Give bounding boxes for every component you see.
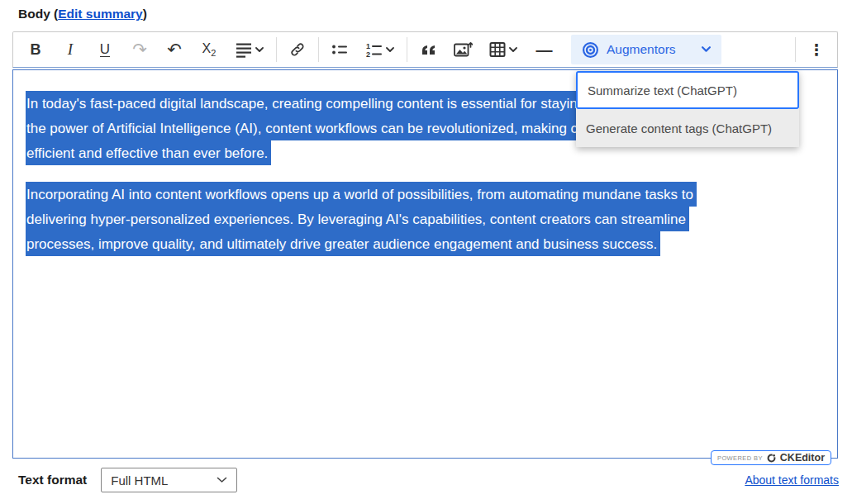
image-upload-icon bbox=[453, 40, 473, 59]
svg-text:1: 1 bbox=[366, 42, 370, 50]
chevron-down-icon bbox=[386, 47, 394, 53]
align-icon bbox=[236, 41, 252, 58]
redo-button[interactable]: ↷ bbox=[126, 36, 154, 63]
field-label: Body (Edit summary) bbox=[18, 7, 147, 21]
edit-summary-link[interactable]: Edit summary bbox=[58, 7, 143, 21]
text-alignment-button[interactable] bbox=[230, 36, 269, 63]
selected-text: delivering hyper-personalized experience… bbox=[26, 207, 689, 231]
link-icon bbox=[289, 41, 306, 58]
bold-icon: B bbox=[31, 41, 41, 59]
insert-image-button[interactable] bbox=[449, 36, 477, 63]
ckeditor-logo-icon bbox=[767, 454, 776, 463]
bulleted-list-icon bbox=[331, 41, 348, 58]
text-format-label: Text format bbox=[18, 473, 87, 487]
editor-toolbar: B I U ↷ ↶ X2 bbox=[12, 31, 838, 68]
bulleted-list-button[interactable] bbox=[326, 36, 354, 63]
augmentors-label: Augmentors bbox=[607, 42, 676, 57]
field-label-text: Body bbox=[18, 7, 50, 21]
toolbar-overflow-button[interactable]: ⋮ bbox=[802, 36, 831, 63]
toolbar-separator bbox=[318, 37, 319, 62]
link-button[interactable] bbox=[283, 36, 312, 63]
toolbar-separator bbox=[276, 37, 277, 62]
powered-by-text: POWERED BY bbox=[717, 454, 763, 462]
about-text-formats-link[interactable]: About text formats bbox=[745, 473, 839, 487]
undo-icon: ↶ bbox=[167, 41, 182, 59]
augmentors-dropdown-button[interactable]: Augmentors bbox=[571, 35, 721, 64]
toolbar-separator bbox=[795, 37, 796, 62]
underline-icon: U bbox=[100, 42, 110, 58]
redo-icon: ↷ bbox=[132, 41, 147, 59]
selected-text: processes, improve quality, and ultimate… bbox=[26, 231, 660, 256]
text-format-value: Full HTML bbox=[111, 473, 168, 487]
footer-row: Text format Full HTML About text formats bbox=[18, 468, 839, 492]
selected-text: efficient and effective than ever before… bbox=[26, 140, 271, 165]
svg-text:2: 2 bbox=[366, 50, 370, 59]
text-line: delivering hyper-personalized experience… bbox=[26, 207, 832, 231]
augmentors-dropdown-panel: Summarize text (ChatGPT) Generate conten… bbox=[576, 71, 799, 147]
block-quote-button[interactable] bbox=[414, 36, 442, 63]
toolbar-separator bbox=[407, 37, 407, 62]
quote-icon bbox=[421, 41, 436, 58]
italic-icon: I bbox=[68, 40, 73, 59]
italic-button[interactable]: I bbox=[56, 36, 84, 63]
dropdown-item-generate-content-tags[interactable]: Generate content tags (ChatGPT) bbox=[576, 109, 799, 147]
chevron-down-icon bbox=[217, 477, 227, 483]
horizontal-line-button[interactable]: — bbox=[530, 36, 558, 63]
powered-by-ckeditor-badge[interactable]: POWERED BY CKEditor bbox=[711, 450, 831, 465]
insert-table-button[interactable] bbox=[483, 36, 523, 63]
bold-button[interactable]: B bbox=[21, 36, 50, 63]
selected-text: Incorporating AI into content workflows … bbox=[26, 182, 697, 207]
underline-button[interactable]: U bbox=[91, 36, 119, 63]
chevron-down-icon bbox=[255, 47, 264, 53]
paragraph: Incorporating AI into content workflows … bbox=[26, 182, 832, 256]
horizontal-line-icon: — bbox=[536, 40, 552, 59]
numbered-list-icon: 1 2 bbox=[366, 41, 383, 58]
subscript-icon: X2 bbox=[202, 41, 217, 58]
ckeditor-brand-text: CKEditor bbox=[780, 452, 825, 464]
dropdown-item-summarize-text[interactable]: Summarize text (ChatGPT) bbox=[576, 71, 799, 109]
target-icon bbox=[582, 41, 599, 59]
undo-button[interactable]: ↶ bbox=[160, 36, 188, 63]
body-rich-text-editor: B I U ↷ ↶ X2 bbox=[12, 31, 838, 459]
kebab-menu-icon: ⋮ bbox=[809, 40, 825, 59]
text-line: processes, improve quality, and ultimate… bbox=[26, 231, 832, 256]
numbered-list-button[interactable]: 1 2 bbox=[360, 36, 400, 63]
chevron-down-icon bbox=[509, 47, 517, 53]
subscript-button[interactable]: X2 bbox=[195, 36, 223, 63]
chevron-down-icon bbox=[702, 46, 711, 53]
text-format-select[interactable]: Full HTML bbox=[101, 468, 237, 492]
text-line: Incorporating AI into content workflows … bbox=[26, 182, 832, 207]
table-icon bbox=[489, 41, 506, 58]
